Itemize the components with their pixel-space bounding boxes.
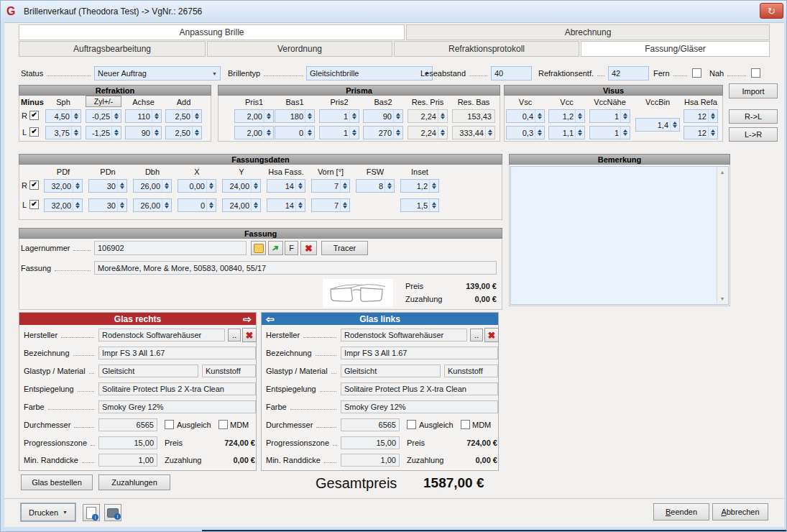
bas2-l-field[interactable]: 270 [363, 126, 403, 139]
copy-r-to-l-button[interactable]: R->L [729, 109, 778, 124]
ausgleich-r-checkbox[interactable] [165, 420, 174, 429]
arrow-left-icon[interactable]: ⇦ [266, 313, 275, 325]
bemerkung-textarea[interactable]: ▲ ▼ [510, 166, 729, 305]
vorn-l-field[interactable]: 7 [311, 198, 350, 212]
ausgleich-l-checkbox[interactable] [407, 420, 416, 429]
hsa-fass-l-field[interactable]: 14 [267, 198, 305, 212]
row-r-checkbox[interactable]: ✔ [29, 111, 39, 120]
spinner[interactable] [117, 180, 126, 192]
bas1-l-field[interactable]: 0 [275, 126, 315, 139]
fassungsdaten-r-checkbox[interactable]: ✔ [29, 180, 39, 190]
status-select[interactable]: Neuer Auftrag ▼ [94, 66, 221, 81]
clear-glas-links-button[interactable]: ✖ [484, 328, 499, 342]
beenden-button[interactable]: Beenden [653, 503, 709, 520]
hsa-refa-l-field[interactable]: 12 [684, 126, 718, 139]
spinner[interactable] [393, 127, 402, 139]
spinner[interactable] [192, 110, 201, 122]
mdm-l-checkbox[interactable] [461, 420, 470, 429]
hersteller-r-field[interactable]: Rodenstock Softwarehäuser [98, 329, 225, 341]
spinner[interactable] [152, 110, 161, 122]
hsa-refa-r-field[interactable]: 12 [684, 109, 718, 123]
spinner[interactable] [708, 110, 717, 122]
glastyp-r-field[interactable]: Gleitsicht [98, 364, 198, 377]
tracer-button[interactable]: Tracer [321, 241, 368, 255]
spinner[interactable] [385, 180, 394, 192]
achse-r-field[interactable]: 110 [125, 109, 162, 123]
glastyp-l-field[interactable]: Gleitsicht [341, 364, 441, 377]
bas1-r-field[interactable]: 180 [275, 109, 315, 123]
spinner[interactable] [206, 199, 216, 211]
res-bas-l-field[interactable]: 333,44 [452, 126, 495, 139]
spinner[interactable] [117, 199, 126, 211]
x-r-field[interactable]: 0,00 [178, 179, 216, 193]
pris1-r-field[interactable]: 2,00 [234, 109, 274, 123]
fassung-value-field[interactable]: More&More, More & More, 50583, 00840, 55… [94, 261, 497, 275]
dbh-r-field[interactable]: 26,00 [133, 179, 172, 193]
hersteller-browse-button[interactable]: .. [470, 329, 483, 341]
add-r-field[interactable]: 2,50 [165, 109, 202, 123]
bezeichnung-l-field[interactable]: Impr FS 3 All 1.67 [341, 347, 498, 359]
sph-r-field[interactable]: 4,50 [45, 109, 81, 123]
abbrechen-button[interactable]: Abbrechen [712, 503, 768, 520]
pdn-l-field[interactable]: 30 [88, 198, 127, 212]
min-randdicke-r-field[interactable]: 1,00 [98, 454, 157, 467]
spinner[interactable] [206, 180, 216, 192]
spinner[interactable] [620, 127, 630, 139]
tab-anpassung-brille[interactable]: Anpassung Brille [19, 24, 405, 40]
progressionszone-r-field[interactable]: 15,00 [98, 436, 157, 449]
spinner[interactable] [111, 110, 121, 122]
spinner[interactable] [162, 180, 171, 192]
pdf-l-field[interactable]: 32,00 [44, 198, 83, 212]
pdn-r-field[interactable]: 30 [88, 179, 127, 193]
vsc-l-field[interactable]: 0,3 [506, 126, 545, 139]
spinner[interactable] [620, 110, 630, 122]
refraktionsentf-input[interactable]: 42 [608, 66, 649, 81]
inset-r-field[interactable]: 1,2 [400, 179, 439, 193]
spinner[interactable] [264, 127, 273, 139]
durchmesser-r-field[interactable]: 6565 [98, 418, 157, 431]
dbh-l-field[interactable]: 26,00 [133, 198, 172, 212]
spinner[interactable] [575, 127, 584, 139]
entspiegelung-l-field[interactable]: Solitaire Protect Plus 2 X-tra Clean [341, 382, 498, 395]
vcc-r-field[interactable]: 1,2 [548, 109, 585, 123]
res-pris-r-field[interactable]: 2,24 [408, 109, 448, 123]
progressionszone-l-field[interactable]: 15,00 [341, 436, 400, 449]
spinner[interactable] [295, 199, 305, 211]
spinner[interactable] [535, 110, 544, 122]
spinner[interactable] [295, 180, 305, 192]
glas-bestellen-button[interactable]: Glas bestellen [21, 474, 93, 490]
spinner[interactable] [340, 180, 349, 192]
drucken-button[interactable]: Drucken ▼ [21, 503, 75, 521]
material-r-field[interactable]: Kunststoff [202, 364, 256, 377]
vsc-r-field[interactable]: 0,4 [506, 109, 545, 123]
spinner[interactable] [162, 199, 171, 211]
hsa-fass-r-field[interactable]: 14 [267, 179, 305, 193]
fern-checkbox[interactable] [692, 68, 701, 78]
hersteller-l-field[interactable]: Rodenstock Softwarehäuser [341, 329, 467, 341]
spinner[interactable] [670, 119, 679, 131]
bas2-r-field[interactable]: 90 [363, 109, 403, 123]
min-randdicke-l-field[interactable]: 1,00 [341, 454, 400, 467]
spinner[interactable] [349, 110, 359, 122]
pdf-r-field[interactable]: 32,00 [44, 179, 83, 193]
spinner[interactable] [71, 127, 80, 139]
document-info-button[interactable]: i [83, 504, 100, 521]
spinner[interactable] [438, 110, 447, 122]
leseabstand-input[interactable]: 40 [491, 66, 532, 81]
tab-abrechnung[interactable]: Abrechnung [406, 24, 770, 40]
chevron-down-icon[interactable]: ▼ [212, 67, 217, 80]
material-l-field[interactable]: Kunststoff [444, 364, 498, 377]
add-l-field[interactable]: 2,50 [165, 126, 202, 139]
spinner[interactable] [73, 180, 82, 192]
clear-glas-rechts-button[interactable]: ✖ [242, 328, 257, 342]
brillentyp-select[interactable]: Gleitsichtbrille ▼ [306, 66, 433, 81]
zyl-toggle-button[interactable]: Zyl+/- [86, 96, 121, 107]
bezeichnung-r-field[interactable]: Impr FS 3 All 1.67 [98, 347, 256, 359]
tab-refraktionsprotokoll[interactable]: Refraktionsprotokoll [394, 41, 579, 57]
scroll-up-icon[interactable]: ▲ [720, 170, 725, 175]
import-frame-button[interactable]: ➔ [268, 241, 283, 255]
vorn-r-field[interactable]: 7 [311, 179, 350, 193]
f-button[interactable]: F [285, 241, 298, 255]
zyl-l-field[interactable]: -1,25 [86, 126, 121, 139]
mdm-r-checkbox[interactable] [218, 420, 228, 429]
